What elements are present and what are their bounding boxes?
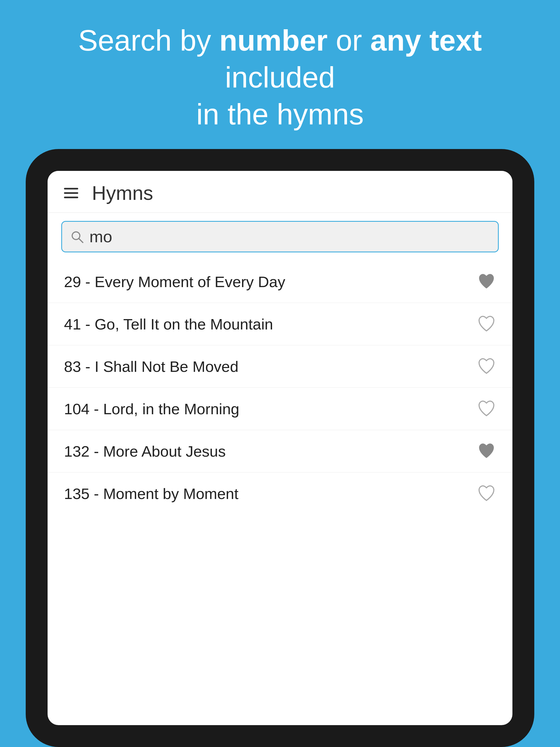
- hymn-item[interactable]: 83 - I Shall Not Be Moved: [48, 345, 512, 388]
- hymn-title: 104 - Lord, in the Morning: [64, 400, 239, 418]
- favorite-icon[interactable]: [477, 484, 496, 503]
- hymn-item[interactable]: 135 - Moment by Moment: [48, 472, 512, 515]
- favorite-icon[interactable]: [477, 357, 496, 376]
- hymn-title: 135 - Moment by Moment: [64, 485, 238, 503]
- hymn-title: 41 - Go, Tell It on the Mountain: [64, 315, 273, 333]
- favorite-icon[interactable]: [477, 442, 496, 461]
- tablet-screen: Hymns mo 29 - Every Moment of Every Day …: [48, 171, 512, 725]
- app-header: Hymns: [48, 171, 512, 213]
- search-icon: [70, 230, 84, 243]
- tablet-frame: Hymns mo 29 - Every Moment of Every Day …: [26, 149, 534, 747]
- svg-line-1: [79, 238, 83, 242]
- favorite-icon[interactable]: [477, 399, 496, 418]
- header-title: Search by number or any text includedin …: [0, 0, 560, 149]
- header-section: Search by number or any text includedin …: [0, 0, 560, 149]
- hymn-item[interactable]: 132 - More About Jesus: [48, 430, 512, 472]
- search-box[interactable]: mo: [61, 221, 499, 252]
- favorite-icon[interactable]: [477, 272, 496, 291]
- hymn-item[interactable]: 104 - Lord, in the Morning: [48, 388, 512, 430]
- menu-button[interactable]: [64, 188, 78, 198]
- hymn-item[interactable]: 29 - Every Moment of Every Day: [48, 261, 512, 303]
- app-title: Hymns: [92, 182, 153, 204]
- hymn-title: 29 - Every Moment of Every Day: [64, 273, 285, 291]
- hymn-title: 83 - I Shall Not Be Moved: [64, 358, 238, 376]
- hymn-title: 132 - More About Jesus: [64, 442, 226, 460]
- search-container: mo: [48, 213, 512, 261]
- favorite-icon[interactable]: [477, 314, 496, 334]
- hymn-list: 29 - Every Moment of Every Day 41 - Go, …: [48, 261, 512, 725]
- hymn-item[interactable]: 41 - Go, Tell It on the Mountain: [48, 303, 512, 345]
- search-input[interactable]: mo: [90, 227, 490, 246]
